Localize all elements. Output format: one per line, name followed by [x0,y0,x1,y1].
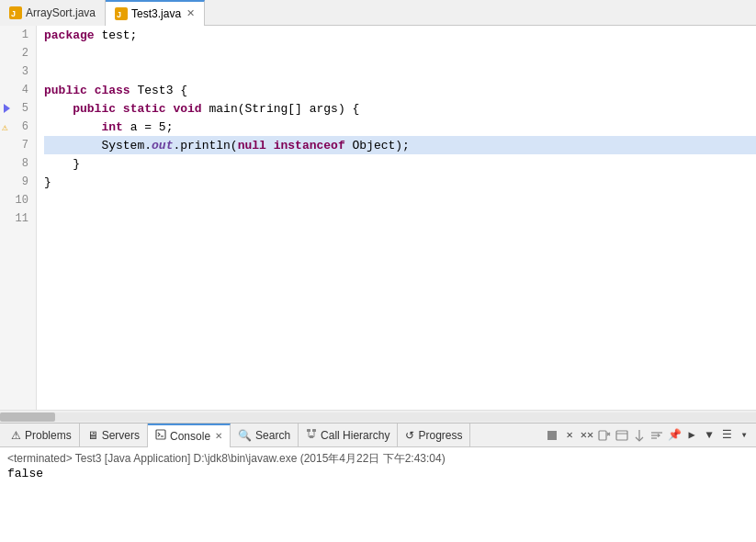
line-3: 3 [0,62,36,81]
console-icon [155,429,166,443]
tab-test3[interactable]: J Test3.java ✕ [106,0,205,26]
scroll-track[interactable] [0,412,756,422]
code-line-9: } [44,173,756,191]
code-line-3 [44,62,756,81]
search-icon: 🔍 [238,429,252,442]
clear-console-btn[interactable] [614,427,630,444]
line-10: 10 [0,191,36,209]
svg-text:J: J [11,9,16,18]
line-2: 2 [0,44,36,62]
code-line-1: package test; [44,26,756,44]
svg-rect-6 [307,429,310,432]
tab-test3-close[interactable]: ✕ [186,7,195,19]
callhierarchy-icon [306,428,317,442]
problems-icon: ⚠ [11,429,21,442]
view-menu-btn[interactable]: ☰ [718,427,735,444]
panel-tab-console[interactable]: Console ✕ [148,423,231,447]
line-number-gutter: 1 2 3 4 5 6 7 8 9 10 11 [0,26,37,410]
svg-rect-7 [312,429,316,432]
code-line-4: public class Test3 { [44,81,756,99]
java-icon-2: J [115,7,128,20]
servers-icon: 🖥 [87,429,98,442]
panel-tabs-wrapper: ⚠ Problems 🖥 Servers Console ✕ 🔍 Search [0,423,756,447]
code-line-2 [44,44,756,62]
open-console-btn[interactable]: ▶ [683,427,700,444]
progress-icon: ↺ [405,429,414,442]
line-4: 4 [0,81,36,99]
line-1: 1 [0,26,36,44]
bottom-panel: ⚠ Problems 🖥 Servers Console ✕ 🔍 Search [0,423,756,542]
code-lines: package test; public class Test3 { publi… [37,26,756,228]
svg-rect-14 [599,431,606,440]
panel-tab-servers-label: Servers [102,429,140,442]
console-output: false [7,467,749,480]
java-icon: J [9,6,22,19]
line-11: 11 [0,209,36,228]
code-line-7: System.out.println(null instanceof Objec… [44,136,756,154]
tab-test3-label: Test3.java [131,7,181,20]
remove-launch-btn[interactable] [596,427,613,444]
code-line-6: int a = 5; [44,118,756,136]
line-8: 8 [0,154,36,173]
panel-tab-callhierarchy-label: Call Hierarchy [321,429,389,442]
stop-btn[interactable] [544,427,560,444]
panel-tab-console-close[interactable]: ✕ [215,431,222,441]
code-line-5: public static void main(String[] args) { [44,99,756,118]
panel-tab-search[interactable]: 🔍 Search [231,423,299,447]
svg-text:J: J [117,10,121,19]
panel-tab-progress[interactable]: ↺ Progress [398,423,470,447]
panel-tab-servers[interactable]: 🖥 Servers [80,423,148,447]
code-line-8: } [44,154,756,173]
horizontal-scrollbar[interactable] [0,410,756,423]
line-6: 6 [0,118,36,136]
svg-rect-17 [616,431,627,440]
code-line-11 [44,209,756,228]
code-line-10 [44,191,756,209]
line-9: 9 [0,173,36,191]
panel-tab-search-label: Search [255,429,290,442]
panel-tab-progress-label: Progress [418,429,462,442]
console-toolbar: ✕ ✕✕ 📌 ▶ ▼ ☰ ▾ [544,427,756,444]
panel-tab-callhierarchy[interactable]: Call Hierarchy [299,423,398,447]
console-status-line: <terminated> Test3 [Java Application] D:… [7,451,749,467]
minimize-btn[interactable]: ▾ [736,427,752,444]
word-wrap-btn[interactable] [649,427,665,444]
pin-console-btn[interactable]: 📌 [666,427,683,444]
panel-tab-console-label: Console [170,430,210,443]
terminate-btn[interactable]: ✕ [561,427,578,444]
tab-arraysort[interactable]: J ArraySort.java [0,0,106,26]
scroll-thumb[interactable] [0,412,55,422]
code-area[interactable]: package test; public class Test3 { publi… [37,26,756,410]
terminate-all-btn[interactable]: ✕✕ [579,427,595,444]
line-5: 5 [0,99,36,118]
console-content[interactable]: <terminated> Test3 [Java Application] D:… [0,447,756,542]
panel-tab-problems-label: Problems [25,429,72,442]
editor-area: 1 2 3 4 5 6 7 8 9 10 11 package test; pu… [0,26,756,410]
svg-rect-4 [156,430,165,439]
open-console-dropdown-btn[interactable]: ▼ [701,427,717,444]
svg-rect-13 [547,431,557,440]
line-7: 7 [0,136,36,154]
panel-tabs: ⚠ Problems 🖥 Servers Console ✕ 🔍 Search [0,423,756,447]
scroll-lock-btn[interactable] [631,427,648,444]
panel-tab-problems[interactable]: ⚠ Problems [4,423,80,447]
tab-bar: J ArraySort.java J Test3.java ✕ [0,0,756,26]
tab-arraysort-label: ArraySort.java [26,6,96,19]
